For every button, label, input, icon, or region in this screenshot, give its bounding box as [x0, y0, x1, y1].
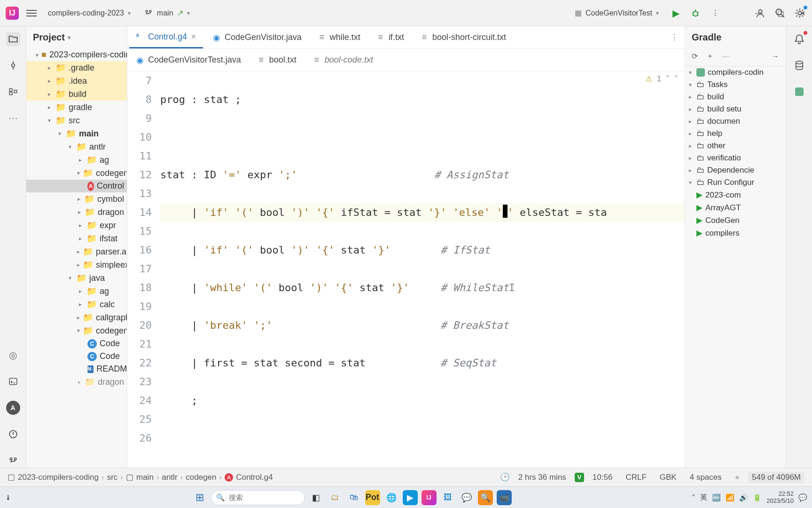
gradle-dependencies[interactable]: ▸🗀Dependencie — [685, 164, 786, 176]
tree-folder-dragon2[interactable]: ▸📁 dragon — [26, 375, 127, 389]
taskbar-search-input[interactable] — [229, 493, 290, 501]
notification-center-button[interactable]: 💬 — [798, 493, 807, 502]
notifications-button[interactable] — [792, 32, 806, 46]
tab-bool-code-txt[interactable]: ≡ bool-code.txt — [306, 49, 380, 71]
gradle-rc-2[interactable]: ▶ArrayAGT — [685, 201, 786, 214]
cursor-position-widget[interactable]: 10:56 — [588, 473, 617, 482]
gradle-panel-header[interactable]: Gradle — [685, 26, 786, 48]
vim-widget[interactable]: V — [575, 473, 584, 482]
services-button[interactable]: ◎ — [6, 348, 20, 362]
vcs-branch-picker[interactable]: main ↗ ▾ — [141, 7, 194, 19]
tree-file-readme[interactable]: M↓ READM — [26, 363, 127, 375]
readonly-widget[interactable]: ● — [730, 473, 744, 482]
gradle-task-build[interactable]: ▸🗀build — [685, 91, 786, 103]
database-button[interactable] — [792, 58, 806, 72]
gradle-tree[interactable]: ▾ compilers-codin ▾🗀 Tasks ▸🗀build ▸🗀bui… — [685, 66, 786, 468]
gradle-tasks[interactable]: ▾🗀 Tasks — [685, 79, 786, 91]
problems-button[interactable] — [6, 427, 20, 441]
system-tray[interactable]: ˄ 英 🔤 📶 🔊 🔋 22:52 2023/5/10 💬 — [692, 491, 807, 505]
taskbar-clock[interactable]: 22:52 2023/5/10 — [766, 491, 794, 505]
gradle-rc-3[interactable]: ▶CodeGen — [685, 214, 786, 227]
gradle-task-other[interactable]: ▸🗀other — [685, 140, 786, 152]
store-app[interactable]: 🛍 — [346, 490, 361, 505]
tree-folder-cymbol[interactable]: ▸📁 cymbol — [26, 192, 127, 206]
tab-bool-short-circuit[interactable]: ≡ bool-short-circuit.txt — [414, 26, 513, 48]
image-app[interactable]: 🖼 — [440, 490, 455, 505]
tree-folder-java[interactable]: ▾📁 java — [26, 271, 127, 285]
project-panel-header[interactable]: Project ▾ — [26, 26, 127, 48]
indent-widget[interactable]: 4 spaces — [685, 473, 726, 482]
gradle-task-help[interactable]: ▸🗀help — [685, 127, 786, 140]
tab-codegenvisitor[interactable]: ◉ CodeGenVisitor.java — [206, 26, 308, 48]
add-button[interactable]: ＋ — [706, 51, 714, 61]
gradle-task-documentation[interactable]: ▸🗀documen — [685, 115, 786, 127]
volume-icon[interactable]: 🔊 — [739, 493, 748, 502]
encoding-widget[interactable]: GBK — [655, 473, 681, 482]
gradle-run-configs[interactable]: ▾🗀Run Configur — [685, 176, 786, 189]
tab-overflow-button[interactable]: ⋮ — [664, 33, 685, 42]
gutter[interactable]: 78910💡11121314151617181920212223242526 — [127, 71, 160, 468]
tree-folder-src[interactable]: ▾📁 src — [26, 114, 127, 127]
gradle-button[interactable] — [792, 85, 806, 99]
project-picker[interactable]: compilers-coding-2023 ▾ — [44, 7, 134, 19]
run-button[interactable]: ▶ — [669, 7, 682, 20]
close-button[interactable]: ✕ — [797, 8, 807, 18]
tree-root[interactable]: ▾■ 2023-compilers-coding — [26, 48, 127, 61]
battery-icon[interactable]: 🔋 — [753, 493, 762, 502]
tree-file-control-g4[interactable]: A Control — [26, 180, 127, 192]
vcs-toolwindow-button[interactable] — [6, 453, 20, 468]
edge-app[interactable]: 🌐 — [384, 490, 399, 505]
gradle-task-build-setup[interactable]: ▸🗀build setu — [685, 103, 786, 115]
task-view-button[interactable]: ◧ — [309, 490, 324, 505]
close-tab-button[interactable]: ✕ — [191, 33, 196, 40]
tree-folder-codegen2[interactable]: ▾📁 codegen — [26, 324, 127, 337]
line-separator-widget[interactable]: CRLF — [621, 473, 651, 482]
tree-folder-antlr[interactable]: ▾📁 antlr — [26, 140, 127, 153]
tab-control-g4[interactable]: A Control.g4 ✕ — [129, 26, 203, 48]
tray-chevron-icon[interactable]: ˄ — [692, 493, 695, 502]
tree-folder-expr[interactable]: ▸📁 expr — [26, 219, 127, 232]
meeting-app[interactable]: 📹 — [497, 490, 512, 505]
commit-toolwindow-button[interactable] — [6, 58, 20, 72]
minimize-button[interactable]: — — [754, 8, 764, 18]
memory-widget[interactable]: 549 of 4096M — [748, 472, 804, 483]
more-toolwindows-button[interactable]: ⋯ — [6, 111, 20, 125]
tab-bool-txt[interactable]: ≡ bool.txt — [250, 49, 303, 71]
weather-widget[interactable]: 🌡 — [5, 493, 12, 501]
gradle-rc-1[interactable]: ▶2023-com — [685, 189, 786, 201]
time-tracking-widget[interactable]: 2 hrs 36 mins — [514, 473, 571, 482]
main-menu-button[interactable] — [25, 7, 38, 19]
code-editor[interactable]: ⚠ 1 ˄ ˅ 78910💡11121314151617181920212223… — [127, 71, 685, 468]
tree-folder-ag2[interactable]: ▸📁 ag — [26, 285, 127, 298]
tree-folder-gradle-dot[interactable]: ▸📁 .gradle — [26, 61, 127, 74]
input-method-indicator[interactable]: 🔤 — [712, 493, 721, 502]
tree-folder-parserallst[interactable]: ▸📁 parser.allst — [26, 245, 127, 258]
tab-if-txt[interactable]: ≡ if.txt — [370, 26, 411, 48]
refresh-button[interactable]: ⟳ — [692, 52, 698, 61]
terminal-button[interactable] — [6, 374, 20, 389]
structure-toolwindow-button[interactable] — [6, 85, 20, 99]
breadcrumb[interactable]: ▢ 2023-compilers-coding› src› ▢main› ant… — [8, 472, 273, 482]
tab-while-txt[interactable]: ≡ while.txt — [311, 26, 367, 48]
tree-folder-ifstat[interactable]: ▸📁 ifstat — [26, 232, 127, 245]
intellij-app[interactable]: IJ — [422, 490, 437, 505]
wifi-icon[interactable]: 📶 — [726, 493, 734, 502]
tree-folder-idea[interactable]: ▸📁 .idea — [26, 74, 127, 87]
tree-folder-dragon[interactable]: ▸📁 dragon — [26, 206, 127, 219]
start-button[interactable]: ⊞ — [192, 490, 207, 505]
run-config-picker[interactable]: ▦ CodeGenVisitorTest ▾ — [571, 7, 663, 19]
maximize-button[interactable]: ▢ — [775, 8, 786, 18]
wechat-app[interactable]: 💬 — [459, 490, 474, 505]
gradle-root[interactable]: ▾ compilers-codin — [685, 66, 786, 79]
forward-button[interactable]: → — [772, 52, 779, 61]
project-tree[interactable]: ▾■ 2023-compilers-coding ▸📁 .gradle ▸📁 .… — [26, 48, 127, 468]
tree-folder-simpleexpr[interactable]: ▸📁 simpleexpr — [26, 258, 127, 271]
gradle-task-verification[interactable]: ▸🗀verificatio — [685, 152, 786, 164]
tree-folder-callgraph[interactable]: ▸📁 callgraph — [26, 311, 127, 324]
explorer-app[interactable]: 🗂 — [328, 490, 343, 505]
potplayer-app[interactable]: Pot — [365, 490, 380, 505]
more-actions-button[interactable]: ⋮ — [709, 7, 722, 20]
everything-app[interactable]: 🔍 — [478, 490, 493, 505]
tree-folder-gradle[interactable]: ▸📁 gradle — [26, 101, 127, 114]
ime-indicator[interactable]: 英 — [700, 493, 707, 502]
